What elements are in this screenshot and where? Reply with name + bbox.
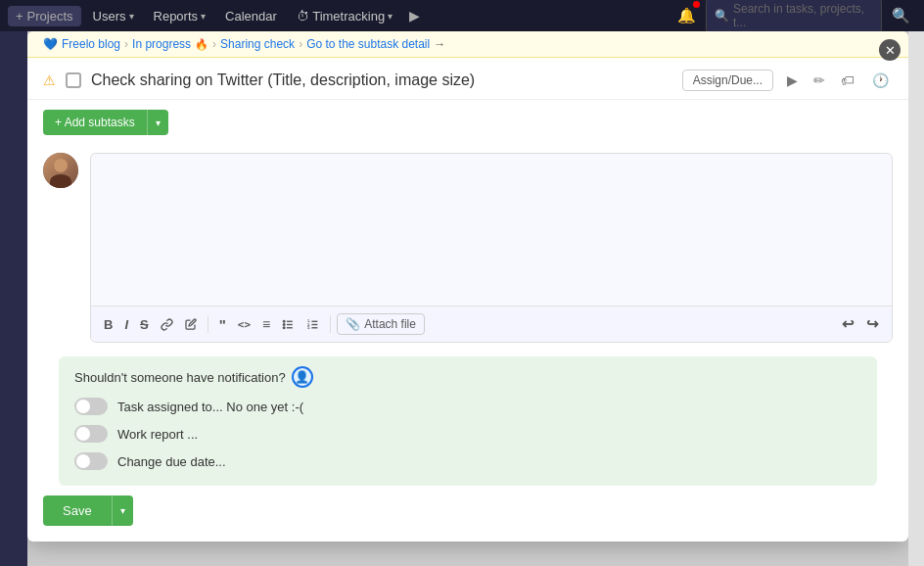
toolbar-separator-1 [208,315,208,333]
avatar-image [43,153,78,188]
toolbar-separator-2 [330,315,331,333]
comment-section: B I S " <> ≡ [27,145,908,351]
undo-button[interactable]: ↩ [837,312,859,336]
notification-row-work-report: Work report ... [74,425,861,443]
search-bar[interactable]: 🔍 Search in tasks, projects, t... [706,0,882,33]
svg-text:3.: 3. [307,325,310,329]
tag-task-icon[interactable]: 🏷 [837,71,858,90]
search-extra-button[interactable]: 🔍 [886,3,916,28]
italic-button[interactable]: I [119,314,133,335]
notification-row-due-date: Change due date... [74,452,861,470]
notification-row-assigned: Task assigned to... No one yet :-( [74,398,861,415]
toggle-work-report[interactable] [74,425,108,443]
chevron-down-icon: ▾ [120,505,125,516]
left-sidebar [0,31,27,566]
task-header: ⚠ Check sharing on Twitter (Title, descr… [27,58,908,100]
user-avatar [43,153,78,188]
right-sidebar [908,31,924,566]
chevron-down-icon: ▾ [156,118,161,128]
chevron-down-icon: ▾ [388,11,393,22]
save-button[interactable]: Save [43,495,112,526]
nav-users[interactable]: Users ▾ [85,5,142,27]
subtasks-area: + Add subtasks ▾ [27,100,908,145]
comment-box: B I S " <> ≡ [90,153,893,343]
breadcrumb-separator-2: › [212,37,216,51]
align-button[interactable]: ≡ [257,313,275,335]
nav-reports[interactable]: Reports ▾ [146,5,214,27]
add-notification-person-button[interactable]: 👤 [292,366,313,388]
task-title: Check sharing on Twitter (Title, descrip… [91,71,672,89]
breadcrumb-section-link[interactable]: Sharing check [220,37,295,51]
play-button[interactable]: ▶ [404,8,424,24]
svg-point-5 [284,326,286,328]
paperclip-icon: 📎 [346,317,360,331]
task-checkbox[interactable] [66,72,81,88]
redo-button[interactable]: ↪ [861,312,884,336]
task-modal: ✕ 💙 Freelo blog › In progress 🔥 › Sharin… [27,31,908,542]
bold-button[interactable]: B [99,314,117,335]
nav-timetracking[interactable]: ⏱ Timetracking ▾ [289,5,400,27]
add-projects-button[interactable]: + Projects [8,6,81,26]
code-button[interactable]: <> [233,315,255,334]
breadcrumb: 💙 Freelo blog › In progress 🔥 › Sharing … [27,31,908,58]
notification-label-due-date: Change due date... [117,454,226,469]
assign-due-button[interactable]: Assign/Due... [682,70,773,91]
breadcrumb-arrow: → [434,37,445,51]
heart-icon: 💙 [43,37,58,51]
undo-redo-group: ↩ ↪ [837,312,884,336]
search-icon: 🔍 [715,9,729,23]
unordered-list-button[interactable] [277,315,300,334]
play-task-icon[interactable]: ▶ [783,71,802,90]
nav-calendar[interactable]: Calendar [217,5,285,27]
notification-badge [693,1,700,8]
breadcrumb-status-link[interactable]: In progress [132,37,191,51]
save-button-group: Save ▾ [43,495,133,526]
strikethrough-button[interactable]: S [135,314,154,335]
add-subtasks-group: + Add subtasks ▾ [43,110,168,135]
add-subtasks-button[interactable]: + Add subtasks [43,110,147,135]
comment-toolbar: B I S " <> ≡ [91,306,892,342]
notification-wrapper: Shouldn't someone have notification? 👤 T… [27,351,908,486]
task-action-icons: ▶ ✏ 🏷 [783,71,858,90]
attach-file-button[interactable]: 📎 Attach file [337,313,425,335]
plus-icon: + [16,9,23,24]
edit-task-icon[interactable]: ✏ [809,71,829,90]
main-content: ✕ 💙 Freelo blog › In progress 🔥 › Sharin… [0,31,924,566]
toggle-due-date[interactable] [74,452,108,470]
topbar: + Projects Users ▾ Reports ▾ Calendar ⏱ … [0,0,924,31]
svg-point-4 [284,323,286,325]
clock-icon[interactable]: 🕐 [868,71,893,90]
breadcrumb-separator-3: › [299,37,302,51]
quote-button[interactable]: " [214,313,231,336]
save-dropdown-button[interactable]: ▾ [112,495,133,526]
breadcrumb-project-link[interactable]: Freelo blog [62,37,120,51]
notification-section: Shouldn't someone have notification? 👤 T… [59,356,877,486]
chevron-down-icon: ▾ [129,11,134,22]
comment-input[interactable] [91,154,892,306]
center-panel: ✕ 💙 Freelo blog › In progress 🔥 › Sharin… [27,31,908,566]
link-button[interactable] [156,315,178,334]
notification-title: Shouldn't someone have notification? 👤 [74,366,861,388]
fire-icon: 🔥 [195,38,208,51]
add-subtasks-dropdown-button[interactable]: ▾ [147,110,168,135]
breadcrumb-action-link[interactable]: Go to the subtask detail [306,37,430,51]
save-section: Save ▾ [27,486,908,542]
toggle-task-assigned[interactable] [74,398,108,415]
bell-icon: 🔔 [677,7,696,24]
warning-icon: ⚠ [43,72,56,88]
breadcrumb-separator: › [124,37,128,51]
ordered-list-button[interactable]: 1.2.3. [301,315,324,334]
pen-button[interactable] [180,315,202,333]
modal-overlay: ✕ 💙 Freelo blog › In progress 🔥 › Sharin… [27,31,908,566]
svg-point-3 [284,320,286,322]
notification-label-work-report: Work report ... [117,427,198,442]
notification-label-assigned: Task assigned to... No one yet :-( [117,400,303,414]
magnifier-icon: 🔍 [892,7,910,24]
notifications-bell[interactable]: 🔔 [671,3,702,28]
chevron-down-icon: ▾ [201,11,206,22]
modal-close-button[interactable]: ✕ [879,39,901,61]
